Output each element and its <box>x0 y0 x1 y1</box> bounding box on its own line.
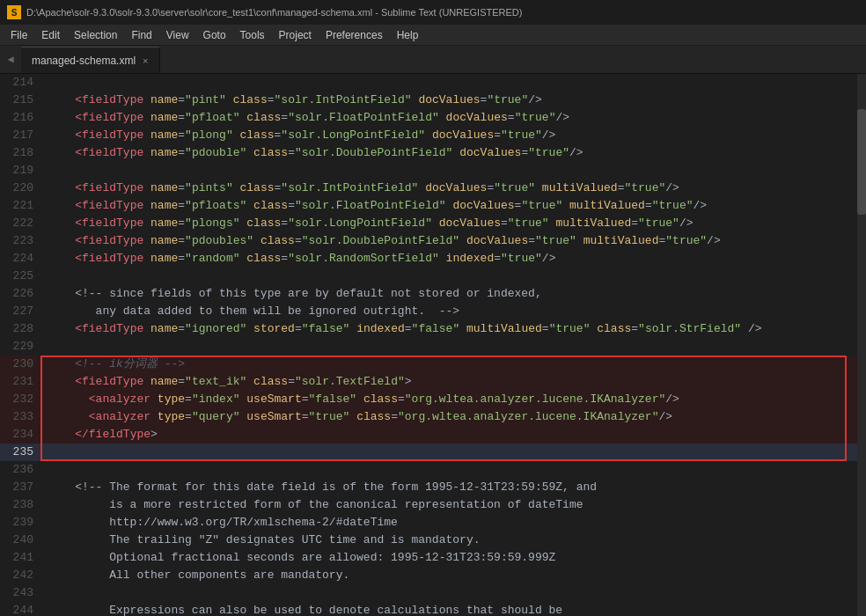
line-number: 219 <box>0 162 40 180</box>
line-code: <fieldType name="text_ik" class="solr.Te… <box>40 373 857 391</box>
line-code: The trailing "Z" designates UTC time and… <box>40 532 857 549</box>
line-code: Expressions can also be used to denote c… <box>40 602 857 616</box>
code-line-236: 236 <box>0 461 857 479</box>
line-number: 224 <box>0 250 40 268</box>
code-line-230: 230 <!-- ik分词器 --> <box>0 356 857 373</box>
line-number: 232 <box>0 391 40 408</box>
code-line-242: 242 All other components are mandatory. <box>0 567 857 584</box>
vertical-scrollbar[interactable] <box>857 74 866 616</box>
line-code: <fieldType name="plongs" class="solr.Lon… <box>40 215 857 232</box>
code-line-220: 220 <fieldType name="pints" class="solr.… <box>0 180 857 197</box>
line-code: <!-- since fields of this type are by de… <box>40 285 857 303</box>
line-number: 229 <box>0 338 40 356</box>
code-line-229: 229 <box>0 338 857 356</box>
line-number: 240 <box>0 532 40 549</box>
line-code: <fieldType name="pints" class="solr.IntP… <box>40 180 857 197</box>
tab-bar: ◀ managed-schema.xml × <box>0 46 866 74</box>
app-icon: S <box>7 5 21 19</box>
line-code <box>40 162 857 180</box>
code-line-222: 222 <fieldType name="plongs" class="solr… <box>0 215 857 232</box>
lines-container: 214 215 <fieldType name="pint" class="so… <box>0 74 857 616</box>
menu-view[interactable]: View <box>159 25 196 45</box>
code-line-225: 225 <box>0 268 857 285</box>
line-code: <fieldType name="pint" class="solr.IntPo… <box>40 92 857 109</box>
line-code: Optional fractional seconds are allowed:… <box>40 549 857 567</box>
line-number: 243 <box>0 584 40 602</box>
code-line-231: 231 <fieldType name="text_ik" class="sol… <box>0 373 857 391</box>
line-number: 227 <box>0 303 40 320</box>
menu-tools[interactable]: Tools <box>233 25 272 45</box>
title-bar: S D:\Apache\solr-9.3.0\solr-9.3.0\server… <box>0 0 866 25</box>
line-code: <analyzer type="index" useSmart="false" … <box>40 391 857 408</box>
code-line-221: 221 <fieldType name="pfloats" class="sol… <box>0 197 857 215</box>
line-number: 223 <box>0 232 40 250</box>
line-number: 215 <box>0 92 40 109</box>
code-line-226: 226 <!-- since fields of this type are b… <box>0 285 857 303</box>
line-code: <fieldType name="pfloat" class="solr.Flo… <box>40 109 857 127</box>
menu-help[interactable]: Help <box>390 25 426 45</box>
code-line-235: 235 <box>0 444 857 461</box>
line-number: 225 <box>0 268 40 285</box>
line-code: <fieldType name="pdoubles" class="solr.D… <box>40 232 857 250</box>
line-number: 234 <box>0 426 40 444</box>
line-number: 220 <box>0 180 40 197</box>
menu-preferences[interactable]: Preferences <box>319 25 390 45</box>
menu-selection[interactable]: Selection <box>67 25 124 45</box>
code-line-214: 214 <box>0 74 857 92</box>
editor-body[interactable]: 214 215 <fieldType name="pint" class="so… <box>0 74 857 616</box>
line-code <box>40 268 857 285</box>
code-line-241: 241 Optional fractional seconds are allo… <box>0 549 857 567</box>
code-line-233: 233 <analyzer type="query" useSmart="tru… <box>0 408 857 426</box>
line-number: 230 <box>0 356 40 373</box>
line-code: </fieldType> <box>40 426 857 444</box>
tab-close-button[interactable]: × <box>143 55 148 66</box>
code-line-244: 244 Expressions can also be used to deno… <box>0 602 857 616</box>
line-number: 214 <box>0 74 40 92</box>
line-code <box>40 74 857 92</box>
line-code: All other components are mandatory. <box>40 567 857 584</box>
line-number: 241 <box>0 549 40 567</box>
line-number: 242 <box>0 567 40 584</box>
line-code: <fieldType name="pfloats" class="solr.Fl… <box>40 197 857 215</box>
code-line-218: 218 <fieldType name="pdouble" class="sol… <box>0 144 857 162</box>
line-code <box>40 461 857 479</box>
line-number: 236 <box>0 461 40 479</box>
tab-managed-schema[interactable]: managed-schema.xml × <box>21 47 160 73</box>
line-number: 216 <box>0 109 40 127</box>
line-code: <fieldType name="random" class="solr.Ran… <box>40 250 857 268</box>
tab-label: managed-schema.xml <box>32 55 136 67</box>
code-line-216: 216 <fieldType name="pfloat" class="solr… <box>0 109 857 127</box>
menu-file[interactable]: File <box>4 25 34 45</box>
line-number: 235 <box>0 444 40 461</box>
line-number: 217 <box>0 127 40 144</box>
line-code <box>40 444 857 461</box>
menu-goto[interactable]: Goto <box>196 25 233 45</box>
code-line-217: 217 <fieldType name="plong" class="solr.… <box>0 127 857 144</box>
line-number: 244 <box>0 602 40 616</box>
code-line-239: 239 http://www.w3.org/TR/xmlschema-2/#da… <box>0 514 857 532</box>
line-number: 221 <box>0 197 40 215</box>
line-number: 231 <box>0 373 40 391</box>
menu-find[interactable]: Find <box>124 25 158 45</box>
line-number: 222 <box>0 215 40 232</box>
code-line-228: 228 <fieldType name="ignored" stored="fa… <box>0 320 857 338</box>
code-line-227: 227 any data added to them will be ignor… <box>0 303 857 320</box>
line-number: 226 <box>0 285 40 303</box>
line-code: <analyzer type="query" useSmart="true" c… <box>40 408 857 426</box>
line-number: 237 <box>0 479 40 496</box>
line-code: <fieldType name="pdouble" class="solr.Do… <box>40 144 857 162</box>
line-code: <!-- The format for this date field is o… <box>40 479 857 496</box>
menu-edit[interactable]: Edit <box>34 25 67 45</box>
line-number: 218 <box>0 144 40 162</box>
line-code <box>40 584 857 602</box>
line-number: 228 <box>0 320 40 338</box>
line-code: is a more restricted form of the canonic… <box>40 496 857 514</box>
menu-project[interactable]: Project <box>272 25 319 45</box>
code-line-243: 243 <box>0 584 857 602</box>
line-number: 238 <box>0 496 40 514</box>
scrollbar-thumb[interactable] <box>857 109 866 215</box>
line-number: 239 <box>0 514 40 532</box>
code-line-232: 232 <analyzer type="index" useSmart="fal… <box>0 391 857 408</box>
tab-scroll-left[interactable]: ◀ <box>0 45 21 73</box>
line-code: <!-- ik分词器 --> <box>40 356 857 373</box>
